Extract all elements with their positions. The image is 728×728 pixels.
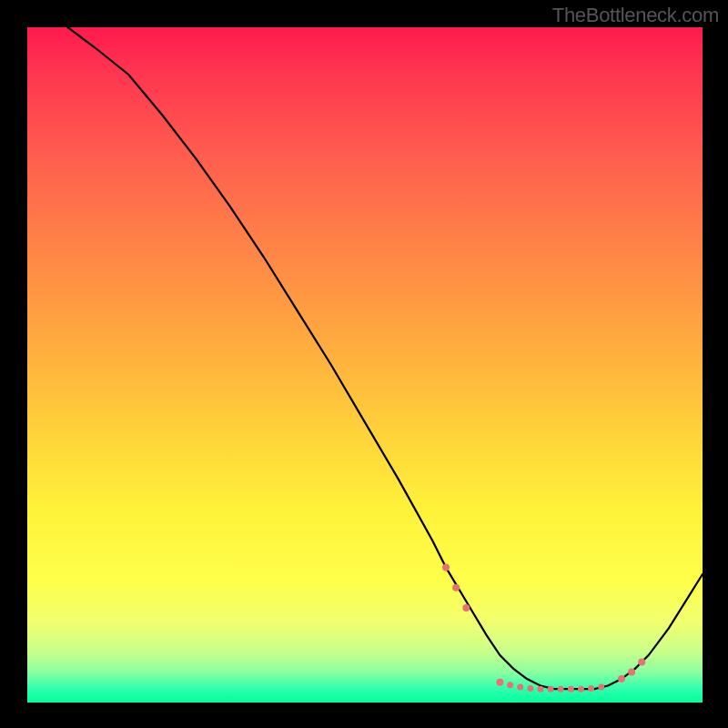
curve-marker [496, 679, 503, 686]
curve-marker [568, 686, 574, 693]
curve-marker [588, 685, 594, 692]
watermark-text: TheBottleneck.com [552, 4, 719, 27]
curve-marker [527, 685, 533, 692]
curve-marker [452, 584, 460, 592]
curve-marker [618, 675, 625, 682]
curve-marker [548, 686, 554, 693]
curve-marker [638, 658, 645, 665]
curve-marker [442, 564, 450, 571]
curve-marker [628, 669, 635, 676]
chart-container: TheBottleneck.com [0, 0, 728, 728]
curve-layer [27, 27, 703, 703]
plot-area [27, 27, 703, 703]
curve-marker [558, 686, 564, 693]
curve-marker [578, 686, 584, 693]
curve-marker [598, 683, 604, 690]
curve-marker [537, 686, 543, 693]
curve-markers [442, 564, 645, 693]
curve-marker [517, 683, 523, 690]
bottleneck-curve [68, 27, 703, 689]
curve-marker [462, 604, 470, 612]
curve-marker [507, 682, 513, 688]
